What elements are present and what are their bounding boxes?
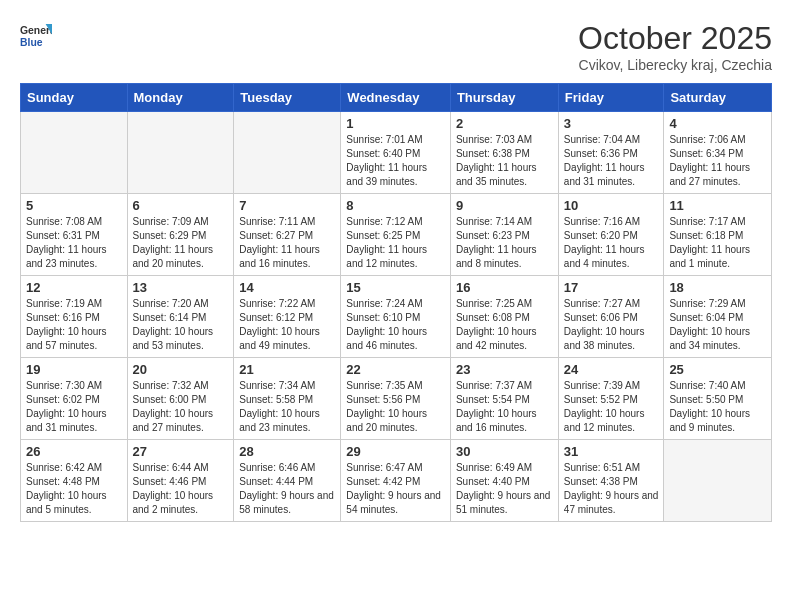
calendar-week-5: 26Sunrise: 6:42 AM Sunset: 4:48 PM Dayli… [21, 440, 772, 522]
calendar-cell: 16Sunrise: 7:25 AM Sunset: 6:08 PM Dayli… [450, 276, 558, 358]
day-number: 14 [239, 280, 335, 295]
calendar-cell: 3Sunrise: 7:04 AM Sunset: 6:36 PM Daylig… [558, 112, 664, 194]
day-number: 9 [456, 198, 553, 213]
calendar-cell: 8Sunrise: 7:12 AM Sunset: 6:25 PM Daylig… [341, 194, 451, 276]
calendar-cell: 15Sunrise: 7:24 AM Sunset: 6:10 PM Dayli… [341, 276, 451, 358]
col-header-saturday: Saturday [664, 84, 772, 112]
day-number: 29 [346, 444, 445, 459]
day-info: Sunrise: 6:51 AM Sunset: 4:38 PM Dayligh… [564, 461, 659, 517]
calendar-cell [234, 112, 341, 194]
col-header-sunday: Sunday [21, 84, 128, 112]
day-number: 24 [564, 362, 659, 377]
page-header: General Blue October 2025 Cvikov, Libere… [20, 20, 772, 73]
day-number: 15 [346, 280, 445, 295]
calendar-week-2: 5Sunrise: 7:08 AM Sunset: 6:31 PM Daylig… [21, 194, 772, 276]
calendar-cell: 28Sunrise: 6:46 AM Sunset: 4:44 PM Dayli… [234, 440, 341, 522]
day-number: 1 [346, 116, 445, 131]
calendar-cell [664, 440, 772, 522]
day-info: Sunrise: 7:16 AM Sunset: 6:20 PM Dayligh… [564, 215, 659, 271]
calendar-cell: 11Sunrise: 7:17 AM Sunset: 6:18 PM Dayli… [664, 194, 772, 276]
day-number: 4 [669, 116, 766, 131]
col-header-monday: Monday [127, 84, 234, 112]
calendar-cell: 10Sunrise: 7:16 AM Sunset: 6:20 PM Dayli… [558, 194, 664, 276]
day-info: Sunrise: 6:42 AM Sunset: 4:48 PM Dayligh… [26, 461, 122, 517]
day-number: 16 [456, 280, 553, 295]
calendar-cell: 20Sunrise: 7:32 AM Sunset: 6:00 PM Dayli… [127, 358, 234, 440]
day-number: 3 [564, 116, 659, 131]
day-info: Sunrise: 7:04 AM Sunset: 6:36 PM Dayligh… [564, 133, 659, 189]
day-number: 26 [26, 444, 122, 459]
day-number: 18 [669, 280, 766, 295]
calendar-cell: 29Sunrise: 6:47 AM Sunset: 4:42 PM Dayli… [341, 440, 451, 522]
logo: General Blue [20, 20, 56, 52]
day-info: Sunrise: 7:08 AM Sunset: 6:31 PM Dayligh… [26, 215, 122, 271]
day-number: 23 [456, 362, 553, 377]
day-number: 21 [239, 362, 335, 377]
day-number: 5 [26, 198, 122, 213]
svg-text:General: General [20, 25, 52, 36]
calendar-week-4: 19Sunrise: 7:30 AM Sunset: 6:02 PM Dayli… [21, 358, 772, 440]
calendar-cell: 27Sunrise: 6:44 AM Sunset: 4:46 PM Dayli… [127, 440, 234, 522]
calendar-cell: 14Sunrise: 7:22 AM Sunset: 6:12 PM Dayli… [234, 276, 341, 358]
day-info: Sunrise: 7:03 AM Sunset: 6:38 PM Dayligh… [456, 133, 553, 189]
calendar-cell: 7Sunrise: 7:11 AM Sunset: 6:27 PM Daylig… [234, 194, 341, 276]
day-number: 2 [456, 116, 553, 131]
day-number: 20 [133, 362, 229, 377]
calendar-cell: 24Sunrise: 7:39 AM Sunset: 5:52 PM Dayli… [558, 358, 664, 440]
day-info: Sunrise: 7:32 AM Sunset: 6:00 PM Dayligh… [133, 379, 229, 435]
calendar-cell: 31Sunrise: 6:51 AM Sunset: 4:38 PM Dayli… [558, 440, 664, 522]
day-info: Sunrise: 7:39 AM Sunset: 5:52 PM Dayligh… [564, 379, 659, 435]
calendar-cell: 22Sunrise: 7:35 AM Sunset: 5:56 PM Dayli… [341, 358, 451, 440]
calendar-cell: 12Sunrise: 7:19 AM Sunset: 6:16 PM Dayli… [21, 276, 128, 358]
day-info: Sunrise: 7:22 AM Sunset: 6:12 PM Dayligh… [239, 297, 335, 353]
col-header-friday: Friday [558, 84, 664, 112]
day-info: Sunrise: 6:46 AM Sunset: 4:44 PM Dayligh… [239, 461, 335, 517]
day-number: 11 [669, 198, 766, 213]
calendar-cell: 2Sunrise: 7:03 AM Sunset: 6:38 PM Daylig… [450, 112, 558, 194]
calendar-header-row: SundayMondayTuesdayWednesdayThursdayFrid… [21, 84, 772, 112]
svg-text:Blue: Blue [20, 37, 43, 48]
day-info: Sunrise: 6:47 AM Sunset: 4:42 PM Dayligh… [346, 461, 445, 517]
logo-icon: General Blue [20, 20, 52, 52]
calendar-cell: 4Sunrise: 7:06 AM Sunset: 6:34 PM Daylig… [664, 112, 772, 194]
day-info: Sunrise: 7:27 AM Sunset: 6:06 PM Dayligh… [564, 297, 659, 353]
day-number: 19 [26, 362, 122, 377]
day-info: Sunrise: 7:25 AM Sunset: 6:08 PM Dayligh… [456, 297, 553, 353]
day-info: Sunrise: 7:11 AM Sunset: 6:27 PM Dayligh… [239, 215, 335, 271]
calendar-cell: 13Sunrise: 7:20 AM Sunset: 6:14 PM Dayli… [127, 276, 234, 358]
day-number: 22 [346, 362, 445, 377]
day-info: Sunrise: 7:34 AM Sunset: 5:58 PM Dayligh… [239, 379, 335, 435]
calendar-cell: 23Sunrise: 7:37 AM Sunset: 5:54 PM Dayli… [450, 358, 558, 440]
calendar-week-3: 12Sunrise: 7:19 AM Sunset: 6:16 PM Dayli… [21, 276, 772, 358]
day-info: Sunrise: 7:29 AM Sunset: 6:04 PM Dayligh… [669, 297, 766, 353]
title-block: October 2025 Cvikov, Liberecky kraj, Cze… [578, 20, 772, 73]
day-info: Sunrise: 7:06 AM Sunset: 6:34 PM Dayligh… [669, 133, 766, 189]
calendar-week-1: 1Sunrise: 7:01 AM Sunset: 6:40 PM Daylig… [21, 112, 772, 194]
day-number: 7 [239, 198, 335, 213]
day-info: Sunrise: 7:30 AM Sunset: 6:02 PM Dayligh… [26, 379, 122, 435]
calendar-cell [127, 112, 234, 194]
day-info: Sunrise: 7:40 AM Sunset: 5:50 PM Dayligh… [669, 379, 766, 435]
day-info: Sunrise: 6:44 AM Sunset: 4:46 PM Dayligh… [133, 461, 229, 517]
calendar-cell: 21Sunrise: 7:34 AM Sunset: 5:58 PM Dayli… [234, 358, 341, 440]
day-info: Sunrise: 7:14 AM Sunset: 6:23 PM Dayligh… [456, 215, 553, 271]
day-info: Sunrise: 7:09 AM Sunset: 6:29 PM Dayligh… [133, 215, 229, 271]
col-header-thursday: Thursday [450, 84, 558, 112]
day-number: 28 [239, 444, 335, 459]
calendar-cell: 17Sunrise: 7:27 AM Sunset: 6:06 PM Dayli… [558, 276, 664, 358]
location-subtitle: Cvikov, Liberecky kraj, Czechia [578, 57, 772, 73]
calendar-cell [21, 112, 128, 194]
day-info: Sunrise: 7:20 AM Sunset: 6:14 PM Dayligh… [133, 297, 229, 353]
day-number: 30 [456, 444, 553, 459]
col-header-wednesday: Wednesday [341, 84, 451, 112]
day-info: Sunrise: 7:19 AM Sunset: 6:16 PM Dayligh… [26, 297, 122, 353]
day-info: Sunrise: 7:37 AM Sunset: 5:54 PM Dayligh… [456, 379, 553, 435]
calendar-cell: 9Sunrise: 7:14 AM Sunset: 6:23 PM Daylig… [450, 194, 558, 276]
day-info: Sunrise: 7:17 AM Sunset: 6:18 PM Dayligh… [669, 215, 766, 271]
day-info: Sunrise: 7:01 AM Sunset: 6:40 PM Dayligh… [346, 133, 445, 189]
day-info: Sunrise: 7:35 AM Sunset: 5:56 PM Dayligh… [346, 379, 445, 435]
day-info: Sunrise: 7:12 AM Sunset: 6:25 PM Dayligh… [346, 215, 445, 271]
calendar-cell: 5Sunrise: 7:08 AM Sunset: 6:31 PM Daylig… [21, 194, 128, 276]
calendar-table: SundayMondayTuesdayWednesdayThursdayFrid… [20, 83, 772, 522]
day-number: 6 [133, 198, 229, 213]
